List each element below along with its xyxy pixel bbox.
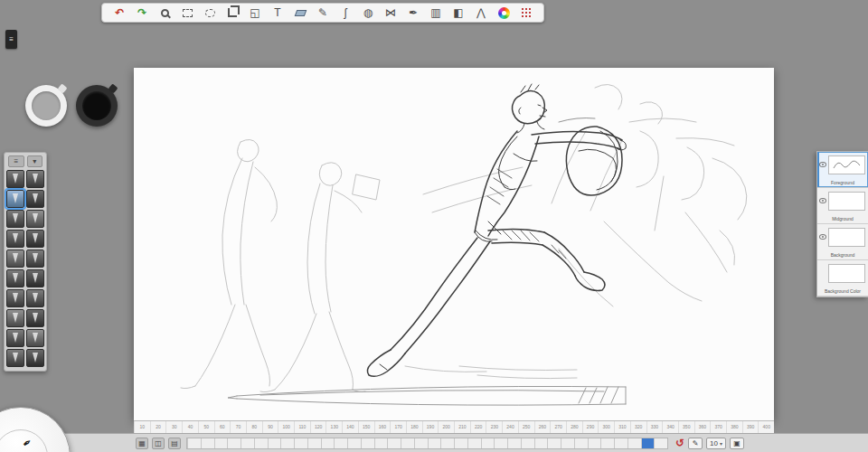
frame-cell[interactable] [588,438,601,448]
frame-tick-330[interactable]: 330 [646,421,663,433]
brush-soft-eraser[interactable] [26,309,44,327]
transform-icon[interactable]: ◱ [244,5,266,21]
crop-icon[interactable] [222,5,243,21]
layer-row-background[interactable]: Background [817,224,868,260]
frame-tick-200[interactable]: 200 [438,421,454,433]
brush-blend[interactable] [6,309,24,327]
frame-tick-110[interactable]: 110 [294,421,310,433]
zoom-icon[interactable] [154,5,175,21]
frame-cell[interactable] [280,438,294,448]
frame-cell[interactable] [467,438,481,448]
frame-tick-320[interactable]: 320 [630,421,646,433]
frame-tick-160[interactable]: 160 [374,421,391,433]
flipbook-grid-icon[interactable]: ▦ [136,438,148,449]
layer-visibility-eye-icon[interactable] [819,198,826,203]
brush-pencil-hb[interactable] [6,170,24,188]
brush-ballpoint-pen[interactable] [6,190,24,208]
pencil-icon[interactable]: ✎ [312,5,334,21]
collapsed-tool-icon[interactable]: ≡ [5,30,17,49]
stamp-icon[interactable]: ▥ [425,5,447,21]
primary-color-puck[interactable] [25,85,67,127]
layer-strip-icon[interactable]: ▤ [168,438,181,449]
primary-color-swatch[interactable] [32,91,61,120]
frame-cell[interactable] [627,438,641,448]
frame-cell[interactable] [534,438,548,448]
layer-visibility-eye-icon[interactable] [819,234,826,240]
frame-cell[interactable] [187,438,201,448]
timeline-ruler[interactable]: 1020304050607080901001101201301401501601… [134,420,774,433]
brush-airbrush[interactable] [6,230,24,248]
frame-tick-40[interactable]: 40 [182,421,198,433]
brush-flat-brush[interactable] [26,250,44,268]
frame-cell[interactable] [361,438,374,448]
brush-chisel-marker[interactable] [26,210,44,228]
brush-watercolor[interactable] [6,289,24,307]
frame-cell[interactable] [494,438,507,448]
frame-tick-90[interactable]: 90 [262,421,278,433]
layer-row-foreground[interactable]: Foreground [817,152,868,188]
frame-tick-180[interactable]: 180 [406,421,422,433]
current-frame-cell[interactable] [641,438,655,448]
loop-playback-icon[interactable]: ↺ [675,437,684,449]
frame-cell[interactable] [334,438,347,448]
brush-pencil-6b[interactable] [26,170,44,188]
secondary-color-swatch[interactable] [82,91,111,120]
brush-crayon[interactable] [26,349,44,367]
frame-cell[interactable] [268,438,281,448]
frame-tick-370[interactable]: 370 [710,421,726,433]
frame-cell[interactable] [214,438,228,448]
frame-tick-80[interactable]: 80 [246,421,262,433]
frame-tick-390[interactable]: 390 [742,421,759,433]
layer-visibility-eye-icon[interactable] [819,162,826,167]
frame-tick-270[interactable]: 270 [550,421,566,433]
frame-tick-70[interactable]: 70 [230,421,246,433]
frame-cell[interactable] [481,438,495,448]
frame-cell[interactable] [574,438,588,448]
brush-fill-bucket[interactable] [26,329,44,347]
frame-cell[interactable] [561,438,574,448]
frame-cell[interactable] [454,438,467,448]
fill-icon[interactable]: ◧ [448,5,469,21]
pencil-mode-icon[interactable]: ✎ [688,438,703,449]
frame-cell[interactable] [521,438,534,448]
brush-pastel[interactable] [6,349,24,367]
frame-tick-50[interactable]: 50 [198,421,214,433]
lasso-select-icon[interactable] [199,5,221,21]
frame-tick-380[interactable]: 380 [726,421,742,433]
frame-tick-190[interactable]: 190 [422,421,439,433]
frame-tick-120[interactable]: 120 [310,421,326,433]
frame-cell[interactable] [654,438,667,448]
frame-tick-100[interactable]: 100 [278,421,294,433]
lagoon-puck[interactable]: ✒ [0,407,71,452]
text-icon[interactable]: T [267,5,288,21]
undo-icon[interactable]: ↶ [108,5,130,21]
brush-round-brush[interactable] [6,269,24,287]
frame-tick-340[interactable]: 340 [662,421,678,433]
frame-cell[interactable] [294,438,307,448]
frame-cell[interactable] [507,438,521,448]
frame-tick-350[interactable]: 350 [678,421,694,433]
frame-tick-290[interactable]: 290 [582,421,599,433]
sphere-icon[interactable]: ◍ [357,5,379,21]
frame-cell[interactable] [440,438,454,448]
frame-tick-230[interactable]: 230 [486,421,502,433]
frame-tick-300[interactable]: 300 [598,421,614,433]
frame-cell[interactable] [547,438,561,448]
drawing-canvas[interactable] [134,68,774,420]
frame-tick-30[interactable]: 30 [165,421,182,433]
brush-soft-airbrush[interactable] [26,230,44,248]
frame-tick-280[interactable]: 280 [566,421,582,433]
secondary-color-puck[interactable] [76,85,118,127]
frame-cell[interactable] [414,438,428,448]
layer-row-background-color[interactable]: Background Color [817,260,868,297]
frame-cell[interactable] [254,438,268,448]
layer-row-midground[interactable]: Midground [817,188,868,224]
redo-icon[interactable]: ↷ [131,5,153,21]
brush-paintbrush[interactable] [6,250,24,268]
curve-icon[interactable]: ʃ [335,5,356,21]
frame-cell[interactable] [600,438,614,448]
color-wheel-icon[interactable] [493,5,514,21]
frame-tick-150[interactable]: 150 [358,421,374,433]
marquee-select-icon[interactable] [176,5,198,21]
eraser-icon[interactable] [289,5,311,21]
